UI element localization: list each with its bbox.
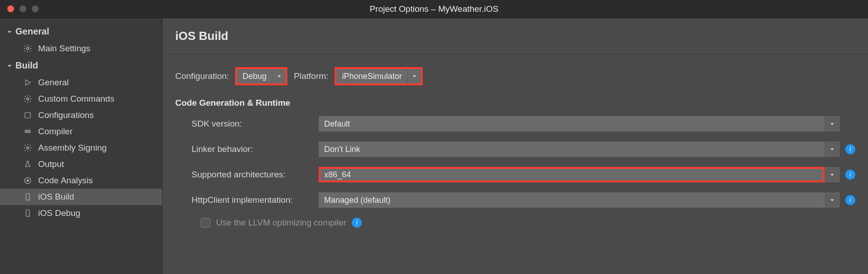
chevron-down-icon[interactable] bbox=[272, 69, 286, 83]
chevron-down-icon[interactable] bbox=[824, 116, 840, 132]
info-icon[interactable]: i bbox=[845, 195, 855, 205]
sidebar-item-main-settings[interactable]: Main Settings bbox=[0, 40, 162, 57]
supported-architectures-select[interactable]: x86_64 bbox=[319, 167, 840, 182]
sidebar-item-ios-build[interactable]: iOS Build bbox=[0, 189, 162, 205]
chevron-down-icon bbox=[6, 29, 13, 35]
maximize-window-button[interactable] bbox=[32, 5, 39, 12]
chevron-down-icon[interactable] bbox=[824, 192, 840, 208]
llvm-checkbox[interactable] bbox=[201, 218, 211, 228]
supported-architectures-label: Supported architectures: bbox=[192, 170, 319, 180]
minimize-window-button[interactable] bbox=[20, 5, 26, 12]
sidebar-item-label: Compiler bbox=[38, 127, 73, 137]
sidebar-item-custom-commands[interactable]: Custom Commands bbox=[0, 91, 162, 107]
sidebar-item-label: General bbox=[38, 78, 69, 88]
sdk-version-select[interactable]: Default bbox=[319, 116, 840, 132]
main-panel: iOS Build Configuration: Debug Platform:… bbox=[163, 18, 868, 274]
supported-architectures-row: Supported architectures: x86_64 i bbox=[175, 167, 855, 182]
svg-point-5 bbox=[27, 147, 29, 149]
chevron-down-icon[interactable] bbox=[824, 167, 840, 182]
sidebar-item-ios-debug[interactable]: iOS Debug bbox=[0, 205, 162, 221]
info-icon[interactable]: i bbox=[352, 218, 362, 228]
configuration-label: Configuration: bbox=[175, 71, 229, 81]
svg-rect-2 bbox=[25, 113, 30, 118]
sidebar-category-build[interactable]: Build bbox=[0, 57, 162, 74]
sidebar-item-label: iOS Debug bbox=[38, 208, 80, 218]
sidebar-category-general[interactable]: General bbox=[0, 23, 162, 40]
platform-label: Platform: bbox=[294, 71, 328, 81]
target-icon bbox=[23, 176, 33, 186]
config-row: Configuration: Debug Platform: iPhoneSim… bbox=[175, 67, 855, 85]
robot-icon bbox=[23, 127, 33, 137]
httpclient-value: Managed (default) bbox=[319, 192, 824, 208]
httpclient-select[interactable]: Managed (default) bbox=[319, 192, 840, 208]
info-icon[interactable]: i bbox=[845, 170, 855, 180]
linker-behavior-row: Linker behavior: Don't Link i bbox=[175, 142, 855, 157]
sidebar-item-label: Main Settings bbox=[38, 44, 90, 54]
sidebar-item-general[interactable]: General bbox=[0, 74, 162, 91]
platform-dropdown[interactable]: iPhoneSimulator bbox=[335, 67, 423, 85]
llvm-checkbox-row: Use the LLVM optimizing compiler i bbox=[175, 218, 855, 228]
linker-behavior-select[interactable]: Don't Link bbox=[319, 142, 840, 157]
window-controls bbox=[7, 5, 39, 12]
section-heading: Code Generation & Runtime bbox=[175, 98, 855, 108]
configuration-value: Debug bbox=[237, 69, 272, 83]
sidebar-item-output[interactable]: Output bbox=[0, 156, 162, 172]
svg-point-0 bbox=[27, 48, 29, 50]
phone-icon bbox=[23, 192, 33, 202]
sidebar-item-code-analysis[interactable]: Code Analysis bbox=[0, 172, 162, 189]
httpclient-row: HttpClient implementation: Managed (defa… bbox=[175, 192, 855, 208]
chevron-down-icon[interactable] bbox=[824, 142, 840, 157]
phone-icon bbox=[23, 208, 33, 218]
sidebar-item-label: Assembly Signing bbox=[38, 143, 107, 153]
close-window-button[interactable] bbox=[7, 5, 14, 12]
sidebar-item-assembly-signing[interactable]: Assembly Signing bbox=[0, 140, 162, 156]
llvm-checkbox-label: Use the LLVM optimizing compiler bbox=[216, 218, 346, 228]
flask-icon bbox=[23, 159, 33, 169]
linker-behavior-label: Linker behavior: bbox=[192, 144, 319, 154]
platform-value: iPhoneSimulator bbox=[336, 69, 407, 83]
chevron-down-icon bbox=[6, 63, 13, 69]
category-label: Build bbox=[15, 60, 38, 71]
linker-behavior-value: Don't Link bbox=[319, 142, 824, 157]
sidebar-item-label: Configurations bbox=[38, 110, 94, 120]
chevron-down-icon[interactable] bbox=[407, 69, 421, 83]
page-title: iOS Build bbox=[175, 29, 855, 43]
sidebar-item-compiler[interactable]: Compiler bbox=[0, 123, 162, 140]
sdk-version-row: SDK version: Default bbox=[175, 116, 855, 132]
square-icon bbox=[23, 110, 33, 120]
info-icon[interactable]: i bbox=[845, 144, 855, 154]
sidebar-item-label: Output bbox=[38, 159, 64, 169]
sdk-version-value: Default bbox=[319, 116, 824, 132]
window-title: Project Options – MyWeather.iOS bbox=[0, 4, 868, 14]
supported-architectures-value: x86_64 bbox=[319, 167, 824, 182]
sidebar-item-configurations[interactable]: Configurations bbox=[0, 107, 162, 123]
sidebar-item-label: Code Analysis bbox=[38, 176, 93, 186]
sidebar-item-label: iOS Build bbox=[38, 192, 74, 202]
category-label: General bbox=[15, 26, 49, 37]
svg-point-4 bbox=[28, 131, 30, 133]
titlebar: Project Options – MyWeather.iOS bbox=[0, 0, 868, 18]
sidebar-item-label: Custom Commands bbox=[38, 94, 114, 104]
gear-icon bbox=[23, 44, 33, 54]
svg-point-1 bbox=[27, 98, 29, 100]
main-header: iOS Build bbox=[163, 18, 868, 54]
gear-icon bbox=[23, 143, 33, 153]
play-icon bbox=[23, 78, 33, 88]
httpclient-label: HttpClient implementation: bbox=[192, 195, 319, 205]
sidebar: General Main Settings Build General Cust… bbox=[0, 18, 163, 274]
gear-icon bbox=[23, 94, 33, 104]
svg-point-7 bbox=[27, 180, 29, 182]
svg-point-3 bbox=[25, 131, 27, 133]
configuration-dropdown[interactable]: Debug bbox=[235, 67, 287, 85]
sdk-version-label: SDK version: bbox=[192, 119, 319, 129]
